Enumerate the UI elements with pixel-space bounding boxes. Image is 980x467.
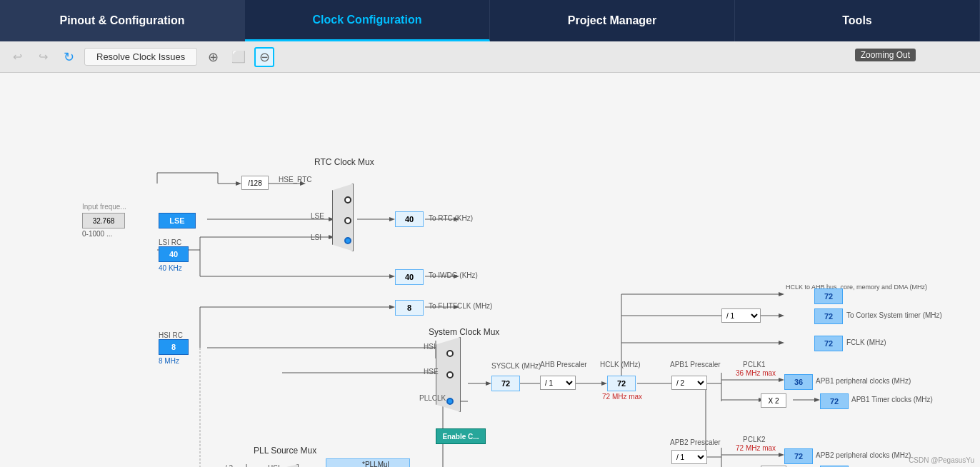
pclk1-label: PCLK1 <box>743 361 766 368</box>
zoom-in-button[interactable]: ⊕ <box>203 47 223 67</box>
apb1-timer-label: APB1 Timer clocks (MHz) <box>851 396 933 403</box>
to-iwdg-label: To IWDG (KHz) <box>429 271 478 279</box>
undo-button[interactable]: ↩ <box>7 47 27 67</box>
rtc-value-box: 40 <box>395 211 424 227</box>
sys-mux-pll-radio[interactable] <box>446 398 454 405</box>
refresh-button[interactable]: ↻ <box>59 47 79 67</box>
nav-project[interactable]: Project Manager <box>490 0 735 41</box>
iwdg-value-box: 40 <box>395 269 424 285</box>
hse-mux-label: HSE <box>424 368 439 376</box>
nav-clock[interactable]: Clock Configuration <box>245 0 490 41</box>
rtc-mux-lse-radio[interactable] <box>344 217 351 224</box>
svg-marker-40 <box>779 292 784 296</box>
flit-value-box: 8 <box>395 300 424 316</box>
hclk-value: 72 <box>607 376 636 391</box>
hsi-freq-label: 8 MHz <box>159 357 179 365</box>
hsi-div2-label: / 2 <box>225 464 233 467</box>
ahb-prescaler-select[interactable]: / 1/ 2/ 4/ 8 <box>540 376 576 390</box>
resolve-clock-button[interactable]: Resolve Clock Issues <box>84 48 197 66</box>
top-nav: Pinout & Configuration Clock Configurati… <box>0 0 980 41</box>
nav-tools[interactable]: Tools <box>735 0 980 41</box>
hclk-ahb-label: HCLK to AHB bus, core, memory and DMA (M… <box>786 283 929 291</box>
svg-marker-24 <box>389 305 395 309</box>
hclk-ahb-value: 72 <box>814 288 843 304</box>
pll-box-area[interactable]: *PLLMul 8 X 9X 2X 3X 4X 6 PLL <box>326 458 410 467</box>
apb1-periph-label: APB1 peripheral clocks (MHz) <box>816 377 911 385</box>
svg-marker-4 <box>236 181 241 186</box>
pll-source-mux[interactable] <box>279 464 299 467</box>
toolbar: ↩ ↪ ↻ Resolve Clock Issues ⊕ ⬜ ⊖ Zooming… <box>0 41 980 73</box>
hclk-label: HCLK (MHz) <box>600 361 641 368</box>
lsi-block[interactable]: 40 <box>159 246 189 262</box>
apb1-prescaler-select[interactable]: / 2/ 1/ 4 <box>671 376 707 390</box>
sys-mux-hsi-radio[interactable] <box>446 350 454 357</box>
fclk-label: FCLK (MHz) <box>846 338 886 346</box>
nav-pinout[interactable]: Pinout & Configuration <box>0 0 245 41</box>
pll-source-mux-label: PLL Source Mux <box>254 446 316 456</box>
lse-value-box[interactable]: 32.768 <box>82 213 125 229</box>
apb2-prescaler-label: APB2 Prescaler <box>670 438 721 446</box>
div128-box[interactable]: /128 <box>241 176 269 190</box>
apb2-72max-label: 72 MHz max <box>736 444 776 452</box>
apb1-36max-label: 36 MHz max <box>736 369 776 377</box>
sys-mux-hse-radio[interactable] <box>446 371 454 378</box>
input-freq-label-1: Input freque... <box>82 203 126 211</box>
lse-range-label: 0-1000 ... <box>82 230 112 238</box>
hsi-rc-label: HSI RC <box>159 331 183 339</box>
hsi-mux-label: HSI <box>424 343 436 351</box>
apb1-timer-x2: X 2 <box>761 393 786 408</box>
svg-marker-52 <box>814 398 820 402</box>
to-flit-label: To FLITFCLK (MHz) <box>429 302 492 310</box>
lsi-rtc-label: LSI <box>311 234 321 241</box>
hse-rtc-label: HSE_RTC <box>279 176 312 184</box>
redo-button[interactable]: ↪ <box>33 47 53 67</box>
cortex-label: To Cortex System timer (MHz) <box>846 311 942 319</box>
sysclk-label: SYSCLK (MHz) <box>491 362 541 370</box>
system-clock-mux-label: System Clock Mux <box>429 327 499 337</box>
svg-marker-19 <box>389 274 395 278</box>
sysclk-value: 72 <box>491 376 520 391</box>
hsi-block[interactable]: 8 <box>159 339 189 355</box>
lse-rtc-label: LSE <box>311 212 324 220</box>
apb1-timer-value: 72 <box>820 393 849 409</box>
svg-marker-58 <box>779 453 784 457</box>
zoom-out-tooltip: Zooming Out <box>855 49 916 61</box>
cortex-value: 72 <box>814 308 843 324</box>
hclk-max-label: 72 MHz max <box>602 393 642 401</box>
watermark: CSDN @PegasusYu <box>909 456 974 464</box>
rtc-mux-label: RTC Clock Mux <box>314 157 374 167</box>
pllclk-label: PLLCLK <box>419 394 446 402</box>
apb2-periph-label: APB2 peripheral clocks (MHz) <box>816 451 911 459</box>
apb2-periph-value: 72 <box>784 448 813 464</box>
svg-marker-90 <box>779 313 784 318</box>
pll-mul-label: *PLLMul <box>362 461 389 467</box>
to-rtc-label: To RTC (KHz) <box>429 214 473 222</box>
fit-button[interactable]: ⬜ <box>229 47 249 67</box>
svg-marker-48 <box>779 378 784 382</box>
svg-marker-14 <box>389 217 395 221</box>
zoom-out-button[interactable]: ⊖ <box>254 47 274 67</box>
apb1-prescaler-label: APB1 Prescaler <box>670 361 721 368</box>
svg-marker-35 <box>601 381 607 386</box>
svg-marker-44 <box>779 341 784 345</box>
cortex-div-select[interactable]: / 1/ 8 <box>721 308 761 323</box>
fclk-value: 72 <box>814 336 843 351</box>
lsi-freq-label: 40 KHz <box>159 264 182 272</box>
enable-c-button[interactable]: Enable C... <box>436 428 486 444</box>
clock-diagram: RTC Clock Mux /128 HSE_RTC LSE LSI 40 To… <box>0 73 980 467</box>
lse-block[interactable]: LSE <box>159 213 196 229</box>
pclk2-label: PCLK2 <box>743 436 766 443</box>
rtc-mux-hse-radio[interactable] <box>344 196 351 204</box>
apb1-periph-value: 36 <box>784 374 813 390</box>
svg-marker-31 <box>486 381 491 386</box>
pll-hsi-label: HSI <box>268 464 280 467</box>
apb2-prescaler-select[interactable]: / 1/ 2/ 4 <box>671 450 707 464</box>
ahb-prescaler-label: AHB Prescaler <box>540 361 587 368</box>
lsi-rc-label: LSI RC <box>159 238 181 246</box>
rtc-mux-lsi-radio[interactable] <box>344 237 351 244</box>
